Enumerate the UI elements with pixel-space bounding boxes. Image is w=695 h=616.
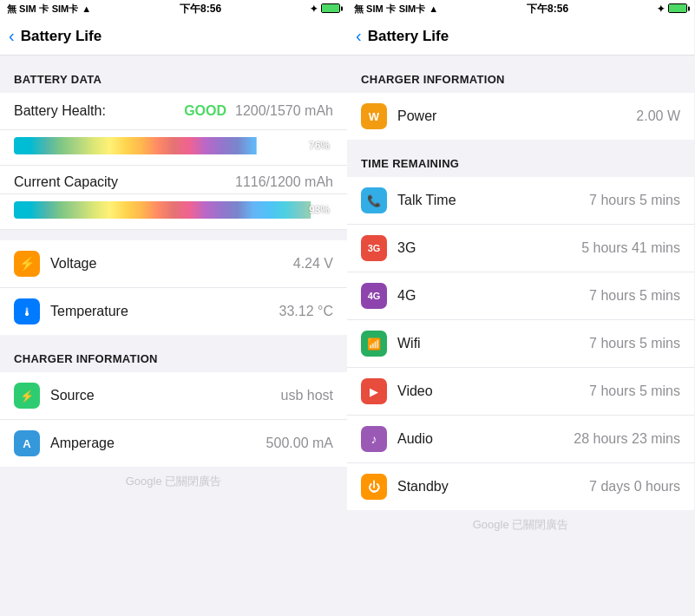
voltage-row: ⚡ Voltage 4.24 V [0,240,347,288]
nav-bar-left: ‹ Battery Life [0,17,347,56]
status-left: 無 SIM 卡 SIM卡 ▲ [7,3,91,16]
bar2-fill [14,201,333,219]
back-button-right[interactable]: ‹ Battery Life [356,26,449,46]
temperature-label: Temperature [50,304,279,319]
left-content: BATTERY DATA Battery Health: GOOD 1200/1… [0,56,347,616]
time-remaining-card: 📞 Talk Time 7 hours 5 mins 3G 3G 5 hours… [347,177,694,510]
wifi-icon: 📶 [361,331,387,357]
nav-title-right: Battery Life [368,28,449,45]
footer-right: Google 已關閉廣告 [347,510,694,540]
bar2-pct: 93% [309,204,330,216]
time-right: 下午8:56 [527,2,568,16]
talk-time-icon: 📞 [361,187,387,213]
talk-time-value: 7 hours 5 mins [589,193,680,208]
amperage-value: 500.00 mA [266,436,333,451]
battery-right [668,3,687,14]
audio-icon: ♪ [361,426,387,452]
voltage-temp-card: ⚡ Voltage 4.24 V 🌡 Temperature 33.12 °C [0,240,347,335]
time-left: 下午8:56 [180,2,221,16]
back-chevron-right: ‹ [356,26,362,46]
video-icon: ▶ [361,378,387,404]
status-right-right: ✦ [657,3,687,15]
bar1-pct: 76% [309,140,330,152]
battery-bar-1-section: 76% [0,130,347,166]
temperature-row: 🌡 Temperature 33.12 °C [0,288,347,335]
power-row: W Power 2.00 W [347,93,694,140]
power-icon: W [361,103,387,129]
talk-time-label: Talk Time [397,193,589,208]
source-label: Source [50,388,281,403]
bt-icon-right: ✦ [657,3,665,15]
power-label: Power [397,108,636,124]
temperature-icon: 🌡 [14,298,40,324]
source-icon: ⚡ [14,383,40,409]
4g-label: 4G [397,288,589,304]
3g-row: 3G 3G 5 hours 41 mins [347,225,694,272]
voltage-value: 4.24 V [293,256,333,272]
health-mah: 1200/1570 mAh [235,103,333,119]
charger-card-left: ⚡ Source usb host A Amperage 500.00 mA [0,372,347,467]
4g-value: 7 hours 5 mins [589,288,680,304]
bar1-fill [14,137,333,154]
power-value: 2.00 W [636,108,680,124]
battery-bar-2: 93% [14,201,333,219]
standby-label: Standby [397,479,589,495]
amperage-row: A Amperage 500.00 mA [0,420,347,467]
left-panel: 無 SIM 卡 SIM卡 ▲ 下午8:56 ✦ ‹ Battery Life B… [0,0,347,616]
wifi-label: Wifi [397,336,589,351]
carrier-right: 無 SIM 卡 [354,3,396,16]
back-button-left[interactable]: ‹ Battery Life [9,26,102,46]
audio-row: ♪ Audio 28 hours 23 mins [347,416,694,463]
battery-bar-1: 76% [14,137,333,154]
footer-left: Google 已關閉廣告 [0,467,347,496]
4g-icon: 4G [361,283,387,309]
3g-icon: 3G [361,235,387,261]
voltage-label: Voltage [50,256,293,272]
status-bar-right: 無 SIM 卡 SIM卡 ▲ 下午8:56 ✦ [347,0,694,17]
wifi-value: 7 hours 5 mins [589,336,680,351]
standby-icon: ⏻ [361,474,387,500]
battery-health-card: Battery Health: GOOD 1200/1570 mAh 76% C… [0,93,347,230]
capacity-mah: 1116/1200 mAh [235,174,333,190]
wifi-row: 📶 Wifi 7 hours 5 mins [347,320,694,368]
time-remaining-header: TIME REMAINING [347,140,694,177]
4g-row: 4G 4G 7 hours 5 mins [347,272,694,320]
sim-icon-left: SIM卡 [52,3,79,16]
carrier-left: 無 SIM 卡 [7,3,49,16]
voltage-icon: ⚡ [14,251,40,277]
standby-row: ⏻ Standby 7 days 0 hours [347,463,694,510]
video-value: 7 hours 5 mins [589,383,680,399]
standby-value: 7 days 0 hours [589,479,680,495]
talk-time-row: 📞 Talk Time 7 hours 5 mins [347,177,694,225]
back-chevron-left: ‹ [9,26,15,46]
status-left-right: 無 SIM 卡 SIM卡 ▲ [354,3,438,16]
sim-icon-right: SIM卡 [399,3,426,16]
3g-value: 5 hours 41 mins [581,240,680,256]
charger-info-header-left: CHARGER INFORMATION [0,335,347,372]
video-row: ▶ Video 7 hours 5 mins [347,368,694,416]
wifi-icon-left: ▲ [82,3,91,14]
3g-label: 3G [397,240,581,256]
health-label: Battery Health: [14,103,184,119]
bt-icon-left: ✦ [310,3,318,15]
right-panel: 無 SIM 卡 SIM卡 ▲ 下午8:56 ✦ ‹ Battery Life C… [347,0,694,616]
source-row: ⚡ Source usb host [0,372,347,420]
right-content: CHARGER INFORMATION W Power 2.00 W TIME … [347,56,694,616]
health-value: GOOD [184,103,226,119]
nav-bar-right: ‹ Battery Life [347,17,694,56]
source-value: usb host [281,388,333,403]
charger-info-header-right: CHARGER INFORMATION [347,56,694,93]
audio-value: 28 hours 23 mins [574,431,680,447]
amperage-label: Amperage [50,436,266,451]
battery-data-header: BATTERY DATA [0,56,347,93]
temperature-value: 33.12 °C [279,304,333,319]
battery-bar-2-section: 93% [0,194,347,230]
audio-label: Audio [397,431,574,447]
battery-left [321,3,340,14]
video-label: Video [397,383,589,399]
nav-title-left: Battery Life [21,28,102,45]
health-row: Battery Health: GOOD 1200/1570 mAh [0,93,347,130]
capacity-label: Current Capacity [14,174,118,190]
wifi-icon-right: ▲ [429,3,438,14]
power-card: W Power 2.00 W [347,93,694,140]
